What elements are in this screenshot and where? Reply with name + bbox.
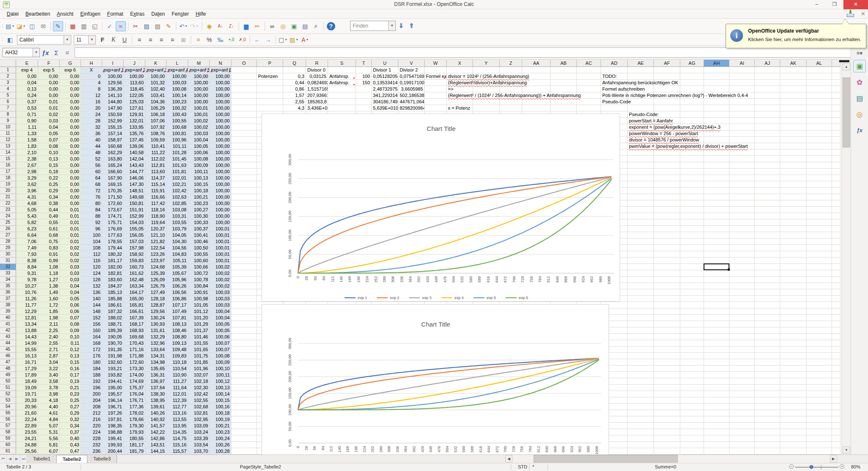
data-sources-icon[interactable]: ▤ bbox=[300, 21, 310, 31]
cell-O38[interactable] bbox=[231, 302, 257, 308]
cell-AI39[interactable] bbox=[729, 308, 755, 315]
cell-F43[interactable]: 2,40 bbox=[38, 334, 60, 340]
cell-J16[interactable]: 143,43 bbox=[124, 162, 145, 169]
cell-Z4[interactable] bbox=[500, 86, 522, 92]
cell-AE21[interactable] bbox=[628, 194, 654, 200]
cell-AJ36[interactable] bbox=[755, 289, 780, 296]
cell-AK6[interactable] bbox=[780, 99, 807, 105]
cell-M5[interactable]: 100,00 bbox=[188, 92, 210, 99]
cell-AK34[interactable] bbox=[780, 277, 807, 283]
column-header-Q[interactable]: Q bbox=[283, 60, 306, 67]
hyperlink-icon[interactable]: ◉ bbox=[204, 21, 214, 31]
cell-K17[interactable]: 113,60 bbox=[145, 169, 167, 175]
cell-K19[interactable]: 115,14 bbox=[145, 181, 167, 188]
cell-K44[interactable]: 132,96 bbox=[145, 340, 167, 346]
cell-AI53[interactable] bbox=[729, 397, 755, 404]
sum-button[interactable]: Σ bbox=[51, 47, 62, 58]
cell-N32[interactable]: 100,02 bbox=[210, 264, 231, 270]
toolbar-grip[interactable]: ⁞ bbox=[2, 37, 3, 42]
cell-K48[interactable]: 135,65 bbox=[145, 366, 167, 372]
cell-AH15[interactable] bbox=[704, 156, 729, 162]
cut-icon[interactable]: ✂ bbox=[131, 21, 141, 31]
column-header-O[interactable]: O bbox=[231, 60, 257, 67]
cell-E10[interactable]: 1,11 bbox=[16, 124, 38, 130]
cell-x49[interactable] bbox=[832, 372, 840, 378]
cell-AC2[interactable] bbox=[577, 73, 601, 80]
cell-G42[interactable]: 0,09 bbox=[60, 327, 81, 334]
cell-O58[interactable] bbox=[231, 429, 257, 435]
cell-AF48[interactable] bbox=[654, 366, 680, 372]
cell-AH4[interactable] bbox=[704, 86, 729, 92]
cell-AL43[interactable] bbox=[807, 334, 832, 340]
show-draw-functions-icon[interactable]: ✏ bbox=[252, 21, 262, 31]
row-header-52[interactable]: 52 bbox=[0, 391, 16, 397]
cell-N14[interactable]: 100,00 bbox=[210, 150, 231, 156]
cell-AI47[interactable] bbox=[729, 359, 755, 366]
cell-K61[interactable]: 144,15 bbox=[145, 448, 167, 454]
cell-AL23[interactable] bbox=[807, 207, 832, 213]
cell-AI33[interactable] bbox=[729, 270, 755, 277]
cell-O39[interactable] bbox=[231, 308, 257, 315]
cell-H58[interactable]: 224 bbox=[81, 429, 102, 435]
cell-M27[interactable]: 100,41 bbox=[188, 232, 210, 238]
cell-F32[interactable]: 1,08 bbox=[38, 264, 60, 270]
cell-AL21[interactable] bbox=[807, 194, 832, 200]
cell-L57[interactable]: 113,95 bbox=[167, 423, 188, 429]
cell-AL37[interactable] bbox=[807, 296, 832, 302]
cell-G11[interactable]: 0,00 bbox=[60, 130, 81, 137]
cell-G49[interactable]: 0,17 bbox=[60, 372, 81, 378]
update-download-icon[interactable]: ⬇ bbox=[846, 10, 855, 17]
cell-N37[interactable]: 100,03 bbox=[210, 296, 231, 302]
cell-P2[interactable]: Potenzen bbox=[257, 73, 283, 80]
cell-N31[interactable]: 100,01 bbox=[210, 258, 231, 264]
cell-I17[interactable]: 166,60 bbox=[102, 169, 124, 175]
cell-AH1[interactable] bbox=[704, 67, 729, 73]
sidebar-styles-and-formatting-icon[interactable]: ✿ bbox=[853, 76, 866, 89]
cell-H60[interactable]: 232 bbox=[81, 442, 102, 448]
cell-AI21[interactable] bbox=[729, 194, 755, 200]
cell-AL56[interactable] bbox=[807, 416, 832, 423]
cell-G2[interactable]: 0,00 bbox=[60, 73, 81, 80]
cell-E12[interactable]: 1,58 bbox=[16, 137, 38, 143]
cell-H54[interactable]: 208 bbox=[81, 404, 102, 410]
cell-I3[interactable]: 129,56 bbox=[102, 80, 124, 86]
cell-AJ47[interactable] bbox=[755, 359, 780, 366]
add-decimal-place-icon[interactable]: +,0 bbox=[226, 35, 236, 45]
row-header-16[interactable]: 16 bbox=[0, 162, 16, 169]
cell-E59[interactable]: 24,21 bbox=[16, 435, 38, 442]
cell-AJ29[interactable] bbox=[755, 245, 780, 251]
cell-L46[interactable]: 109,83 bbox=[167, 353, 188, 359]
cell-AL22[interactable] bbox=[807, 200, 832, 207]
cell-x43[interactable] bbox=[832, 334, 840, 340]
cell-AE9[interactable]: powerStart = Aanfahr bbox=[628, 118, 654, 124]
spreadsheet-grid[interactable]: EFGHIJKLMNOPQRSTUVWXYZAAABACADAEAFAGAHAI… bbox=[0, 60, 841, 454]
cell-AH19[interactable] bbox=[704, 181, 729, 188]
cell-AG48[interactable] bbox=[680, 366, 704, 372]
row-header-6[interactable]: 6 bbox=[0, 99, 16, 105]
cell-H55[interactable]: 212 bbox=[81, 410, 102, 416]
cell-E49[interactable]: 17,89 bbox=[16, 372, 38, 378]
cell-J4[interactable]: 118,45 bbox=[124, 86, 145, 92]
cell-R1[interactable]: Divisor 0 bbox=[306, 67, 328, 73]
cell-AK5[interactable] bbox=[780, 92, 807, 99]
cell-AG17[interactable] bbox=[680, 169, 704, 175]
cell-E11[interactable]: 1,33 bbox=[16, 130, 38, 137]
cell-AE44[interactable] bbox=[628, 340, 654, 346]
cell-AK55[interactable] bbox=[780, 410, 807, 416]
cell-P6[interactable] bbox=[257, 99, 283, 105]
cell-x5[interactable] bbox=[832, 92, 840, 99]
cell-L39[interactable]: 107,49 bbox=[167, 308, 188, 315]
row-header-46[interactable]: 46 bbox=[0, 353, 16, 359]
cell-AL9[interactable] bbox=[807, 118, 832, 124]
cell-AE50[interactable] bbox=[628, 378, 654, 385]
cell-E2[interactable]: 0,00 bbox=[16, 73, 38, 80]
cell-x14[interactable] bbox=[832, 150, 840, 156]
cell-AK47[interactable] bbox=[780, 359, 807, 366]
cell-K8[interactable]: 106,18 bbox=[145, 111, 167, 118]
cell-K25[interactable]: 119,64 bbox=[145, 219, 167, 226]
cell-AK42[interactable] bbox=[780, 327, 807, 334]
cell-AG6[interactable] bbox=[680, 99, 704, 105]
cell-F58[interactable]: 5,31 bbox=[38, 429, 60, 435]
cell-AH11[interactable] bbox=[704, 130, 729, 137]
cell-K27[interactable]: 121,10 bbox=[145, 232, 167, 238]
